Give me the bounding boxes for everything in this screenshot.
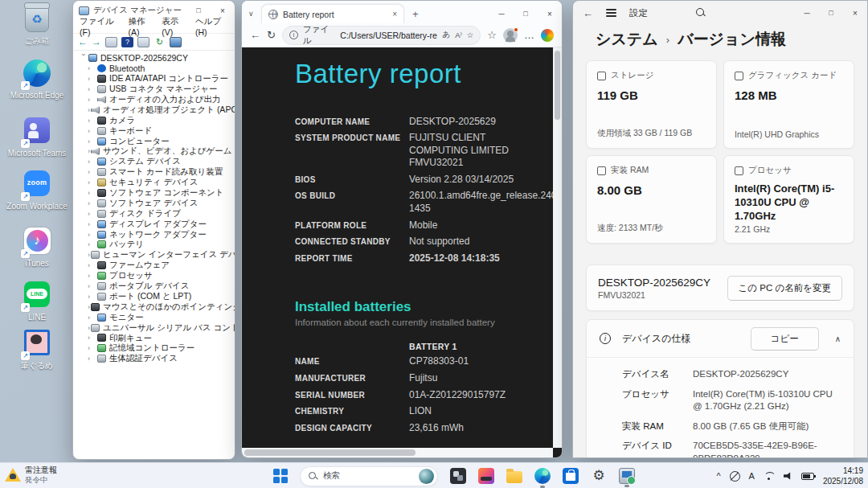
address-bar[interactable]: i ファイル C:/Users/USER/battery-re... あ A⁾ … bbox=[282, 26, 481, 45]
back-icon[interactable]: ← bbox=[583, 7, 593, 19]
maximize-button[interactable]: □ bbox=[819, 9, 843, 18]
scan-hardware-icon[interactable]: ↻ bbox=[154, 37, 166, 47]
device-tree-item[interactable]: ›オーディオ処理オブジェクト (APO) bbox=[73, 105, 235, 115]
wifi-icon[interactable] bbox=[764, 472, 775, 481]
desktop-icon-line[interactable]: ↗ LINE bbox=[5, 280, 69, 322]
chevron-expanded-icon[interactable]: › bbox=[80, 54, 88, 63]
read-aloud-icon[interactable]: A⁾ bbox=[455, 31, 462, 39]
device-tree-item[interactable]: ›ディスク ドライブ bbox=[73, 208, 235, 219]
device-tree-item[interactable]: ›IDE ATA/ATAPI コントローラー bbox=[73, 74, 235, 84]
chevron-right-icon[interactable]: › bbox=[88, 303, 90, 311]
device-tree-item[interactable]: ›システム デバイス bbox=[73, 157, 235, 167]
minimize-button[interactable]: ─ bbox=[795, 9, 819, 18]
device-tree-item[interactable]: ›ユニバーサル シリアル バス コントローラー bbox=[73, 322, 235, 333]
task-view-icon[interactable] bbox=[450, 468, 466, 484]
desktop-icon-itunes[interactable]: ↗ iTunes bbox=[5, 227, 69, 269]
graphics-card[interactable]: グラフィックス カード 128 MB Intel(R) UHD Graphics bbox=[723, 60, 854, 149]
start-button[interactable] bbox=[273, 469, 288, 483]
vertical-scrollbar[interactable] bbox=[553, 47, 562, 448]
forward-icon[interactable]: → bbox=[92, 37, 101, 47]
device-tree-item[interactable]: ›プロセッサ bbox=[73, 271, 235, 281]
device-tree-item[interactable]: ›ネットワーク アダプター bbox=[73, 229, 235, 240]
monitor-icon[interactable] bbox=[170, 37, 182, 47]
chevron-right-icon[interactable]: › bbox=[88, 272, 96, 280]
search-icon[interactable] bbox=[696, 8, 706, 18]
device-tree-item[interactable]: ›マウスとそのほかのポインティング デバイス bbox=[73, 301, 235, 312]
chevron-right-icon[interactable]: › bbox=[88, 168, 96, 176]
tray-chevron-icon[interactable]: ^ bbox=[716, 471, 720, 481]
copy-button[interactable]: コピー bbox=[751, 327, 819, 351]
device-manager-taskbar-icon[interactable] bbox=[619, 468, 635, 484]
device-tree-item[interactable]: ›モニター bbox=[73, 312, 235, 322]
ime-mode-indicator[interactable]: A bbox=[749, 471, 755, 481]
favorites-icon[interactable]: ☆ bbox=[487, 29, 497, 41]
translate-icon[interactable]: あ bbox=[442, 30, 450, 40]
device-tree-item[interactable]: ›生体認証デバイス bbox=[73, 354, 235, 364]
chevron-right-icon[interactable]: › bbox=[88, 64, 96, 72]
chevron-right-icon[interactable]: › bbox=[88, 251, 90, 259]
file-explorer-icon[interactable] bbox=[506, 471, 522, 483]
chevron-right-icon[interactable]: › bbox=[88, 355, 96, 363]
chevron-right-icon[interactable]: › bbox=[88, 220, 96, 228]
properties-icon[interactable] bbox=[137, 37, 149, 47]
device-spec-header[interactable]: i デバイスの仕様 コピー ∧ bbox=[587, 320, 854, 357]
desktop-icon-recycle-bin[interactable]: ごみ箱 bbox=[5, 5, 69, 46]
volume-icon[interactable] bbox=[784, 472, 792, 481]
device-tree-item[interactable]: ›ポート (COM と LPT) bbox=[73, 291, 235, 301]
device-tree-item[interactable]: ›ディスプレイ アダプター bbox=[73, 219, 235, 229]
scrollbar-thumb[interactable] bbox=[555, 51, 560, 120]
chevron-right-icon[interactable]: › bbox=[88, 293, 96, 301]
device-tree-item[interactable]: ›カメラ bbox=[73, 115, 235, 125]
chevron-right-icon[interactable]: › bbox=[88, 75, 96, 83]
chevron-right-icon[interactable]: › bbox=[88, 96, 96, 104]
desktop-icon-fudegurume[interactable]: ↗ 筆ぐるめ bbox=[5, 328, 69, 371]
chevron-right-icon[interactable]: › bbox=[88, 334, 96, 342]
desktop-icon-edge[interactable]: ↗ Microsoft Edge bbox=[5, 59, 69, 100]
camera-off-icon[interactable] bbox=[730, 471, 740, 482]
tab-close-icon[interactable]: × bbox=[392, 10, 397, 18]
ram-card[interactable]: 実装 RAM 8.00 GB 速度: 2133 MT/秒 bbox=[586, 155, 717, 244]
refresh-icon[interactable]: ↻ bbox=[267, 29, 276, 41]
favorite-star-icon[interactable]: ☆ bbox=[467, 31, 474, 39]
device-tree-item[interactable]: ›記憶域コントローラー bbox=[73, 343, 235, 354]
device-tree-item[interactable]: ›Bluetooth bbox=[73, 64, 235, 74]
chevron-right-icon[interactable]: › bbox=[88, 85, 96, 93]
horizontal-scrollbar[interactable] bbox=[242, 448, 553, 457]
console-window-icon[interactable] bbox=[105, 37, 117, 47]
close-button[interactable]: × bbox=[211, 6, 235, 15]
chevron-right-icon[interactable]: › bbox=[88, 314, 96, 322]
battery-status-icon[interactable] bbox=[801, 473, 814, 480]
taskbar-clock[interactable]: 14:19 2025/12/08 bbox=[823, 465, 863, 486]
device-tree-root[interactable]: › DESKTOP-2025629CY bbox=[73, 53, 235, 64]
more-menu-icon[interactable]: … bbox=[524, 29, 534, 41]
copilot-icon[interactable] bbox=[541, 29, 554, 42]
scrollbar-thumb[interactable] bbox=[244, 449, 416, 456]
edge-taskbar-icon[interactable] bbox=[534, 468, 551, 484]
settings-taskbar-icon[interactable]: ⚙ bbox=[591, 468, 607, 484]
profile-avatar[interactable] bbox=[503, 28, 518, 43]
breadcrumb-system[interactable]: システム bbox=[596, 29, 658, 50]
chevron-right-icon[interactable]: › bbox=[88, 178, 96, 187]
device-tree-item[interactable]: ›ソフトウェア デバイス bbox=[73, 198, 235, 208]
close-button[interactable]: × bbox=[538, 10, 562, 18]
chevron-right-icon[interactable]: › bbox=[88, 344, 96, 352]
back-icon[interactable]: ← bbox=[250, 29, 260, 41]
tab-search-chevron-icon[interactable]: ∨ bbox=[248, 10, 261, 18]
device-tree-item[interactable]: ›ヒューマン インターフェイス デバイス bbox=[73, 250, 235, 260]
device-tree-item[interactable]: ›ファームウェア bbox=[73, 260, 235, 271]
device-tree-item[interactable]: ›スマート カード読み取り装置 bbox=[73, 167, 235, 178]
device-tree-item[interactable]: ›バッテリ bbox=[73, 240, 235, 250]
chevron-right-icon[interactable]: › bbox=[88, 324, 90, 332]
chevron-right-icon[interactable]: › bbox=[88, 231, 96, 239]
help-icon[interactable]: ? bbox=[121, 37, 133, 47]
back-icon[interactable]: ← bbox=[78, 37, 88, 47]
chevron-right-icon[interactable]: › bbox=[88, 106, 90, 114]
device-tree-item[interactable]: ›オーディオの入力および出力 bbox=[73, 95, 235, 105]
chevron-right-icon[interactable]: › bbox=[88, 199, 96, 207]
desktop-icon-zoom[interactable]: ↗ Zoom Workplace bbox=[5, 169, 69, 211]
maximize-button[interactable]: □ bbox=[186, 6, 211, 14]
menu-view[interactable]: 表示(V) bbox=[162, 16, 186, 37]
minimize-button[interactable]: ─ bbox=[489, 10, 514, 18]
device-tree-item[interactable]: ›コンピューター bbox=[73, 136, 235, 146]
chevron-right-icon[interactable]: › bbox=[88, 210, 96, 218]
